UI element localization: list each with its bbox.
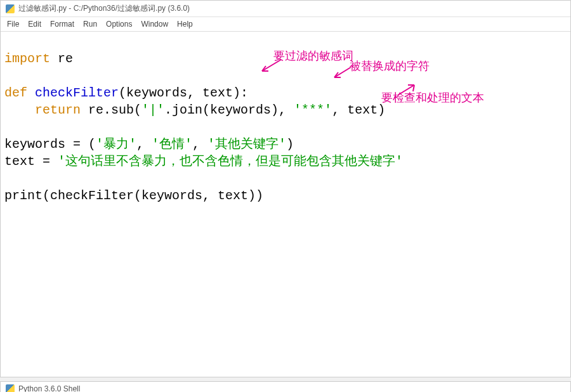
menu-help[interactable]: Help xyxy=(177,20,193,29)
kw-def: def xyxy=(4,86,27,100)
code-text: keywords = ( xyxy=(4,137,96,152)
menu-options[interactable]: Options xyxy=(106,20,132,29)
str-literal: '暴力' xyxy=(96,137,136,152)
str-literal: '这句话里不含暴力，也不含色情，但是可能包含其他关键字' xyxy=(58,154,403,169)
shell-title: Python 3.6.0 Shell xyxy=(18,384,80,392)
menu-run[interactable]: Run xyxy=(83,20,97,29)
annotation-label: 要过滤的敏感词 xyxy=(273,48,353,63)
str-literal: '色情' xyxy=(152,137,192,152)
arrow-icon xyxy=(397,84,418,98)
editor-title: 过滤敏感词.py - C:/Python36/过滤敏感词.py (3.6.0) xyxy=(18,3,190,14)
menu-window[interactable]: Window xyxy=(141,20,168,29)
menu-edit[interactable]: Edit xyxy=(28,20,41,29)
code-text: .join(keywords), xyxy=(164,103,294,117)
menu-file[interactable]: File xyxy=(7,20,19,29)
arrow-icon xyxy=(258,58,284,75)
kw-import: import xyxy=(4,51,50,66)
code-text: (checkFilter(keywords, text)) xyxy=(43,188,263,203)
str-literal: '其他关键字' xyxy=(207,137,286,152)
shell-titlebar: Python 3.6.0 Shell xyxy=(1,382,570,392)
code-text: (keywords, text): xyxy=(119,86,248,100)
arrow-icon xyxy=(332,66,353,81)
python-icon xyxy=(6,384,15,392)
annotation-label: 被替换成的字符 xyxy=(350,58,430,74)
menu-format[interactable]: Format xyxy=(50,20,74,29)
code-text: re xyxy=(50,51,73,66)
editor-menubar: File Edit Format Run Options Window Help xyxy=(1,17,570,32)
fn-name: checkFilter xyxy=(27,86,119,100)
code-text: re.sub( xyxy=(81,103,141,117)
python-file-icon xyxy=(6,4,15,13)
code-text: , text) xyxy=(332,103,385,117)
editor-window: 过滤敏感词.py - C:/Python36/过滤敏感词.py (3.6.0) … xyxy=(0,0,571,377)
code-text: ) xyxy=(286,137,294,152)
str-literal: '***' xyxy=(294,103,332,117)
editor-code-area[interactable]: import re def checkFilter(keywords, text… xyxy=(1,32,570,377)
shell-window: Python 3.6.0 Shell File Edit Shell Debug… xyxy=(0,381,571,392)
code-text: text = xyxy=(4,154,58,169)
code-text: print xyxy=(4,188,43,203)
kw-return: return xyxy=(4,103,81,117)
str-literal: '|' xyxy=(141,103,164,117)
code-text: , xyxy=(136,137,152,152)
code-text: , xyxy=(192,137,207,152)
editor-titlebar: 过滤敏感词.py - C:/Python36/过滤敏感词.py (3.6.0) xyxy=(1,1,570,17)
